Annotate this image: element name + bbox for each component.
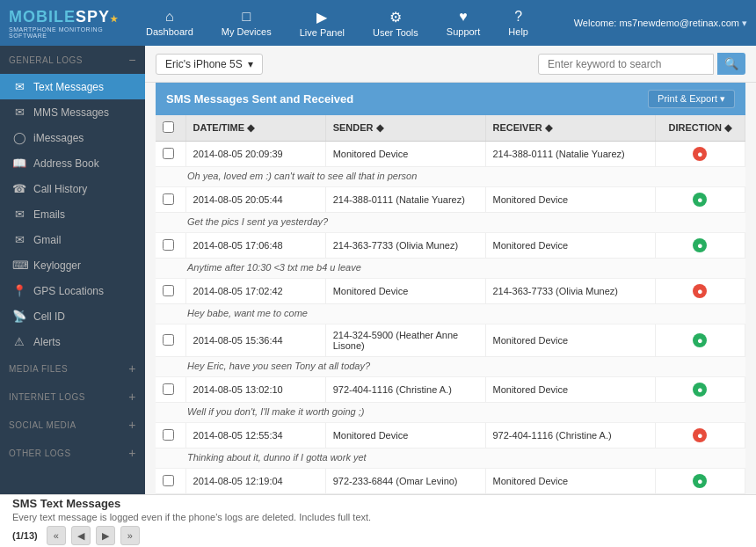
sidebar-item-emails[interactable]: ✉Emails	[0, 201, 145, 227]
sidebar-item-address-book[interactable]: 📖Address Book	[0, 150, 145, 176]
bottom-controls: (1/13) « ◀ ▶ »	[12, 526, 744, 545]
sidebar-section-other-logs[interactable]: OTHER LOGS+	[0, 439, 145, 467]
sidebar-item-call-history[interactable]: ☎Call History	[0, 176, 145, 201]
direction-in-icon: ●	[693, 238, 707, 252]
row-checkbox-cell	[156, 279, 185, 304]
row-checkbox[interactable]	[163, 148, 174, 159]
message-row: Oh yea, loved em :) can't wait to see al…	[156, 167, 745, 187]
help-nav-icon: ?	[514, 9, 522, 25]
nav-item-support[interactable]: ♥Support	[433, 4, 495, 43]
next-page-button[interactable]: ▶	[96, 526, 115, 545]
sidebar-toggle-icon: +	[128, 361, 136, 376]
emails-label: Emails	[33, 208, 65, 221]
support-nav-label: Support	[447, 26, 481, 37]
col-datetime: DATE/TIME ◆	[185, 115, 325, 142]
row-checkbox-cell	[156, 233, 185, 259]
direction-in-icon: ●	[693, 383, 707, 397]
table-row: 2014-08-05 17:02:42 Monitored Device 214…	[156, 279, 745, 304]
sidebar-section-general-logs[interactable]: GENERAL LOGS−	[0, 46, 145, 74]
col-receiver: RECEIVER ◆	[485, 115, 655, 142]
sidebar-item-keylogger[interactable]: ⌨Keylogger	[0, 252, 145, 278]
row-datetime: 2014-08-05 13:02:10	[185, 377, 325, 403]
row-checkbox[interactable]	[163, 383, 174, 395]
sidebar-toggle-icon: −	[128, 53, 136, 67]
sidebar-toggle-icon: +	[128, 446, 136, 460]
sidebar-toggle-icon: +	[128, 390, 136, 404]
table-row: 2014-08-05 13:02:10 972-404-1116 (Christ…	[156, 377, 745, 403]
device-name: Eric's iPhone 5S	[165, 58, 243, 70]
row-checkbox[interactable]	[163, 239, 174, 251]
row-datetime: 2014-08-05 17:06:48	[185, 233, 325, 259]
select-all-checkbox[interactable]	[163, 121, 174, 133]
nav-item-user-tools[interactable]: ⚙User Tools	[359, 4, 433, 43]
prev-page-button[interactable]: ◀	[71, 526, 91, 545]
gmail-icon: ✉	[12, 233, 26, 246]
row-checkbox[interactable]	[163, 334, 174, 346]
sidebar-item-text-messages[interactable]: ✉Text Messages	[0, 74, 145, 99]
row-checkbox-cell	[156, 187, 185, 213]
message-row: Thinking about it, dunno if I gotta work…	[156, 449, 745, 469]
device-selector[interactable]: Eric's iPhone 5S ▾	[156, 54, 263, 75]
last-page-button[interactable]: »	[120, 526, 140, 545]
nav-item-dashboard[interactable]: ⌂Dashboard	[132, 4, 207, 43]
row-checkbox[interactable]	[163, 193, 174, 205]
message-text: Hey babe, want me to come	[156, 304, 745, 325]
message-row: Hey babe, want me to come	[156, 304, 745, 325]
address-book-icon: 📖	[12, 157, 26, 170]
row-sender: 214-324-5900 (Heather Anne Lisone)	[325, 325, 485, 357]
sidebar-section-media-files[interactable]: MEDIA FILES+	[0, 354, 145, 383]
row-direction: ●	[655, 142, 745, 167]
table-head: DATE/TIME ◆ SENDER ◆ RECEIVER ◆ DIRECTIO…	[156, 115, 745, 142]
table-row: 2014-08-05 12:55:34 Monitored Device 972…	[156, 423, 745, 449]
row-direction: ●	[655, 187, 745, 213]
message-row: Well if you don't, I'll make it worth go…	[156, 403, 745, 423]
sidebar-item-cell-id[interactable]: 📡Cell ID	[0, 303, 145, 329]
logo-sub: SMARTPHONE MONITORING SOFTWARE	[9, 26, 132, 39]
row-checkbox[interactable]	[163, 475, 174, 486]
row-receiver: Monitored Device	[485, 377, 655, 403]
keylogger-label: Keylogger	[33, 259, 81, 272]
row-datetime: 2014-08-05 20:09:39	[185, 142, 325, 167]
logo-text: MOBILESPY★	[9, 8, 119, 26]
search-button[interactable]: 🔍	[717, 53, 745, 75]
sidebar-section-internet-logs[interactable]: INTERNET LOGS+	[0, 383, 145, 411]
alerts-icon: ⚠	[12, 335, 26, 348]
row-datetime: 2014-08-05 20:05:44	[185, 187, 325, 213]
sidebar-item-mms-messages[interactable]: ✉MMS Messages	[0, 99, 145, 125]
direction-in-icon: ●	[693, 193, 707, 207]
nav-item-help[interactable]: ?Help	[494, 4, 542, 43]
row-receiver: Monitored Device	[485, 187, 655, 213]
sidebar-item-gmail[interactable]: ✉Gmail	[0, 227, 145, 252]
sidebar-section-social-media[interactable]: SOCIAL MEDIA+	[0, 411, 145, 439]
gmail-label: Gmail	[33, 234, 61, 246]
print-export-button[interactable]: Print & Export ▾	[648, 90, 735, 108]
help-nav-label: Help	[508, 26, 528, 37]
row-checkbox-cell	[156, 469, 185, 494]
row-checkbox-cell	[156, 423, 185, 449]
sidebar-item-imessages[interactable]: ◯iMessages	[0, 125, 145, 150]
call-history-icon: ☎	[12, 182, 26, 195]
row-checkbox[interactable]	[163, 285, 174, 296]
first-page-button[interactable]: «	[47, 526, 66, 545]
table-row: 2014-08-05 20:05:44 214-388-0111 (Natali…	[156, 187, 745, 213]
row-checkbox-cell	[156, 325, 185, 357]
imessages-label: iMessages	[33, 132, 84, 144]
keylogger-icon: ⌨	[12, 259, 26, 272]
user-tools-nav-label: User Tools	[373, 27, 418, 38]
row-sender: 214-363-7733 (Olivia Munez)	[325, 233, 485, 259]
search-input[interactable]	[538, 54, 714, 75]
sidebar-section-label: INTERNET LOGS	[9, 392, 85, 402]
sms-table: DATE/TIME ◆ SENDER ◆ RECEIVER ◆ DIRECTIO…	[156, 115, 745, 494]
nav-item-live-panel[interactable]: ▶Live Panel	[286, 4, 359, 43]
my-devices-nav-icon: □	[242, 9, 251, 25]
alerts-label: Alerts	[33, 336, 61, 348]
row-sender: Monitored Device	[325, 279, 485, 304]
emails-icon: ✉	[12, 208, 26, 221]
table-row: 2014-08-05 20:09:39 Monitored Device 214…	[156, 142, 745, 167]
sidebar-item-gps-locations[interactable]: 📍GPS Locations	[0, 278, 145, 303]
sidebar-item-alerts[interactable]: ⚠Alerts	[0, 329, 145, 354]
sidebar-section-label: GENERAL LOGS	[9, 55, 83, 65]
row-receiver: Monitored Device	[485, 325, 655, 357]
nav-item-my-devices[interactable]: □My Devices	[207, 4, 286, 43]
row-checkbox[interactable]	[163, 429, 174, 441]
